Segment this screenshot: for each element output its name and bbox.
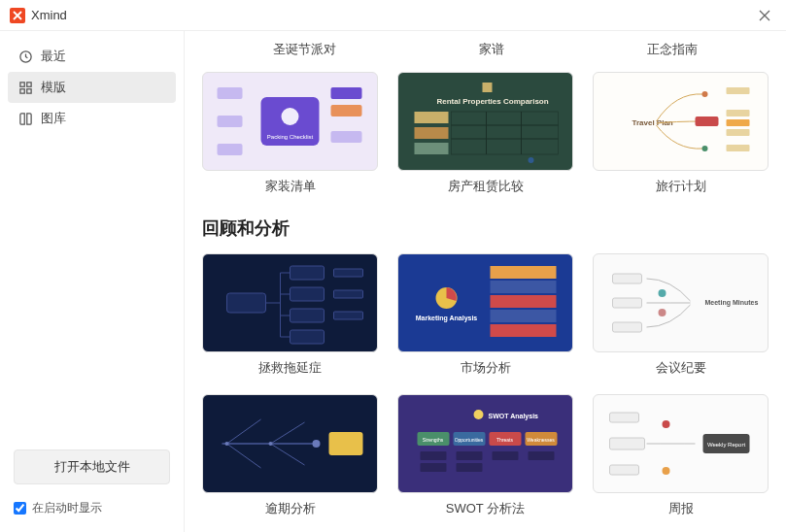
svg-rect-72 [493, 451, 519, 460]
svg-rect-47 [491, 310, 557, 322]
svg-rect-27 [696, 116, 719, 126]
nav-label: 最近 [41, 48, 66, 65]
titlebar: Xmind [0, 0, 786, 31]
svg-rect-75 [457, 463, 483, 472]
template-card[interactable]: Rental Properties Comparison 房产租赁比较 [397, 72, 573, 195]
template-thumb: Marketing Analysis [397, 253, 573, 352]
svg-rect-11 [331, 87, 362, 99]
svg-rect-37 [290, 309, 325, 322]
svg-point-58 [313, 440, 321, 448]
template-card[interactable]: SWOT Analysis Strengths Opportunities Th… [397, 394, 573, 517]
svg-rect-48 [491, 324, 557, 337]
svg-rect-70 [421, 451, 447, 460]
svg-rect-3 [19, 88, 23, 92]
template-thumb [202, 394, 378, 493]
svg-text:Threats: Threats [496, 437, 513, 443]
prev-row-labels: 圣诞节派对 家谱 正念指南 [202, 41, 769, 58]
app-title: Xmind [31, 8, 67, 22]
svg-rect-31 [727, 119, 750, 126]
nav-label: 图库 [41, 110, 66, 127]
svg-point-60 [474, 410, 484, 419]
template-card[interactable]: Marketing Analysis 市场分析 [397, 253, 573, 377]
svg-text:Opportunities: Opportunities [455, 437, 484, 443]
template-thumb: Travel Plan [593, 72, 769, 171]
template-caption: 家装清单 [265, 178, 316, 195]
template-thumb: SWOT Analysis Strengths Opportunities Th… [397, 394, 573, 493]
svg-rect-19 [452, 112, 559, 154]
svg-point-9 [282, 108, 299, 125]
book-icon [17, 111, 33, 126]
svg-point-28 [702, 146, 708, 151]
template-caption: 拯救拖延症 [258, 359, 322, 377]
svg-rect-44 [491, 266, 557, 279]
grid-icon [17, 80, 33, 95]
template-thumb: Packing Checklist [202, 72, 378, 171]
template-caption: 正念指南 [647, 41, 698, 58]
svg-text:Packing Checklist: Packing Checklist [267, 134, 314, 140]
svg-rect-51 [613, 298, 642, 308]
svg-rect-41 [334, 312, 363, 319]
template-caption: 房产租赁比较 [448, 178, 524, 195]
template-card[interactable]: Weekly Report 周报 [593, 394, 769, 517]
close-button[interactable] [753, 4, 776, 27]
svg-rect-36 [290, 287, 325, 301]
svg-point-26 [702, 91, 708, 97]
main: 圣诞节派对 家谱 正念指南 Packing Checklist [185, 31, 786, 532]
svg-text:Weaknesses: Weaknesses [527, 437, 555, 443]
template-thumb: Rental Properties Comparison [397, 72, 573, 171]
svg-text:Weekly Report: Weekly Report [707, 442, 746, 448]
svg-rect-34 [227, 293, 266, 313]
svg-rect-74 [421, 463, 447, 472]
svg-rect-14 [483, 83, 493, 92]
svg-rect-45 [491, 281, 557, 293]
svg-rect-71 [457, 451, 483, 460]
svg-text:Meeting Minutes: Meeting Minutes [705, 299, 759, 307]
svg-rect-50 [613, 274, 642, 283]
svg-rect-16 [415, 112, 449, 123]
svg-rect-13 [331, 131, 362, 143]
svg-rect-40 [334, 290, 363, 298]
template-caption: 圣诞节派对 [273, 41, 336, 58]
svg-point-24 [529, 157, 534, 163]
template-card[interactable]: Meeting Minutes 会议纪要 [593, 253, 769, 377]
template-card[interactable]: Packing Checklist 家装清单 [202, 72, 378, 195]
svg-rect-38 [290, 330, 325, 344]
svg-rect-7 [218, 144, 243, 155]
template-card[interactable]: 拯救拖延症 [202, 253, 378, 377]
startup-label: 在启动时显示 [32, 500, 102, 516]
svg-text:Strengths: Strengths [423, 437, 444, 443]
sidebar: 最近 模版 图库 打开本地文件 在启动时显示 [0, 31, 185, 532]
svg-rect-76 [610, 413, 639, 422]
svg-point-54 [659, 309, 666, 316]
svg-rect-78 [610, 465, 639, 475]
nav-gallery[interactable]: 图库 [8, 103, 176, 134]
template-caption: 逾期分析 [265, 500, 316, 517]
svg-rect-29 [727, 87, 750, 94]
template-thumb [202, 253, 378, 352]
svg-rect-39 [334, 269, 363, 277]
startup-checkbox-input[interactable] [14, 502, 26, 515]
template-card[interactable]: Travel Plan 旅行计划 [593, 72, 769, 195]
template-caption: 市场分析 [461, 359, 511, 377]
startup-checkbox[interactable]: 在启动时显示 [8, 496, 176, 522]
nav-recent[interactable]: 最近 [8, 41, 176, 72]
template-caption: 会议纪要 [656, 359, 706, 377]
svg-rect-77 [610, 438, 645, 449]
svg-rect-73 [529, 451, 555, 460]
nav-templates[interactable]: 模版 [8, 72, 176, 103]
template-card[interactable]: 逾期分析 [202, 394, 378, 517]
svg-rect-46 [491, 295, 557, 308]
svg-rect-35 [290, 266, 325, 280]
svg-point-56 [225, 442, 229, 446]
svg-rect-18 [415, 143, 449, 154]
svg-text:Marketing Analysis: Marketing Analysis [416, 315, 478, 322]
template-grid: 拯救拖延症 Marketing Analysis 市场分 [202, 253, 769, 517]
svg-rect-2 [26, 82, 30, 85]
svg-rect-59 [329, 432, 363, 455]
svg-rect-12 [331, 105, 362, 116]
svg-point-57 [269, 442, 273, 446]
open-local-file-button[interactable]: 打开本地文件 [14, 449, 170, 484]
svg-rect-17 [415, 127, 449, 139]
svg-rect-5 [218, 87, 243, 99]
titlebar-left: Xmind [10, 8, 67, 23]
